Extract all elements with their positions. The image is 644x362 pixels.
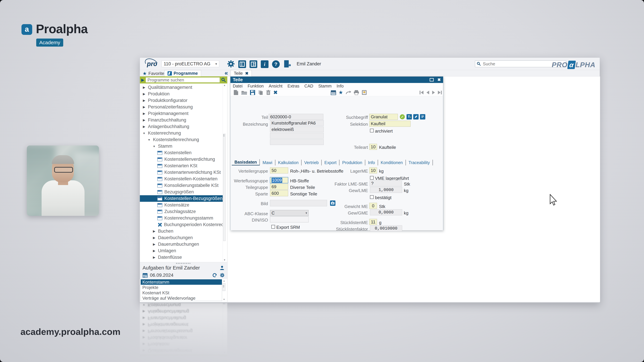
archiviert-checkbox[interactable] [370, 129, 374, 132]
tree-item[interactable]: Kostenrechnung [140, 130, 223, 136]
tree-item[interactable]: Kostenstellen-Kostenarten [140, 176, 223, 182]
menu-item[interactable]: Stamm [318, 84, 332, 88]
stuecklistenfaktor-field[interactable]: 0,0010000 [370, 225, 402, 231]
next-record-icon[interactable] [432, 91, 435, 94]
tree-item[interactable]: Qualitätsmanagement [140, 348, 222, 354]
tree-item[interactable]: Personalzeiterfassung [140, 328, 222, 334]
tree-twisty-icon[interactable] [142, 98, 146, 102]
tree-item[interactable]: Dauerumbuchungen [140, 241, 223, 248]
document-list-icon[interactable] [420, 114, 425, 119]
new-document-icon[interactable] [234, 90, 238, 95]
tree-twisty-icon[interactable] [142, 310, 146, 313]
menu-item[interactable]: Info [336, 84, 344, 88]
gew-lme-field[interactable]: 1,0000 [370, 187, 402, 193]
tree-item[interactable]: Anlagenbuchhaltung [140, 308, 222, 315]
tree-item[interactable]: Stamm [140, 143, 223, 149]
tab-favoriten[interactable]: ★ Favoriten [142, 71, 167, 76]
user-icon[interactable] [220, 265, 224, 270]
tree-item[interactable]: Produktion [140, 91, 223, 97]
abc-klasse-select[interactable]: C ▾ [270, 210, 308, 216]
tree-item[interactable]: Qualitätsmanagement [140, 84, 223, 91]
teil-field[interactable]: 6020000-0 [269, 114, 323, 120]
sparte-field[interactable]: 600 [270, 190, 288, 196]
gewicht-me-field[interactable]: 0 [369, 203, 377, 209]
tree-twisty-icon[interactable] [142, 85, 146, 89]
calendar-icon[interactable] [331, 90, 336, 95]
tree-twisty-icon[interactable] [152, 144, 156, 148]
search-icon[interactable] [221, 356, 226, 361]
print-icon[interactable] [354, 90, 359, 95]
refresh-icon[interactable] [212, 273, 217, 278]
tree-scrollbar[interactable]: ▲ ▼ [223, 303, 226, 355]
bestaetigt-checkbox[interactable] [370, 195, 374, 199]
suchbegriff-field[interactable]: Granulat [369, 114, 398, 120]
tree-twisty-icon[interactable] [142, 303, 146, 307]
werteflussgruppe-field[interactable]: 1009 [270, 177, 288, 183]
tree-item[interactable]: Konsolidierungstabelle KSt [140, 182, 223, 189]
teileart-field[interactable]: 10 [369, 144, 377, 150]
tree-twisty-icon[interactable] [142, 316, 146, 320]
sidebar-layout-icon[interactable] [238, 60, 246, 68]
teilegruppe-field[interactable]: 69 [270, 184, 288, 190]
company-selector[interactable]: 110 - proELECTRO AG ▾ [162, 60, 219, 67]
tree-twisty-icon[interactable] [142, 131, 146, 135]
tree-twisty-icon[interactable] [152, 242, 156, 246]
tree-item[interactable]: Umlagen [140, 248, 223, 254]
copy-icon[interactable] [258, 90, 263, 95]
menu-item[interactable]: CAD [304, 84, 313, 88]
previous-record-icon[interactable] [426, 91, 429, 94]
tree-twisty-icon[interactable] [142, 349, 146, 353]
save-icon[interactable] [250, 90, 255, 95]
run-program-icon[interactable]: ▶ [141, 356, 144, 361]
help-icon[interactable]: ? [272, 60, 280, 68]
form-tab[interactable]: Traceability [406, 160, 433, 165]
tree-item[interactable]: Zuschlagssätze [140, 208, 223, 215]
menu-item[interactable]: Funktion [248, 84, 264, 88]
teile-window-titlebar[interactable]: Teile ✖ [230, 77, 443, 83]
task-list-item[interactable]: Kostenart KSt [141, 290, 222, 296]
tree-item[interactable]: Produktkonfigurator [140, 334, 222, 341]
delete-trash-icon[interactable] [266, 90, 271, 95]
faktor-lme-sme-field[interactable]: ? [370, 180, 402, 186]
settings-gear-icon[interactable] [227, 60, 235, 68]
redo-arrow-icon[interactable] [346, 90, 351, 95]
tree-item[interactable]: Finanzbuchhaltung [140, 315, 222, 321]
tree-scrollbar[interactable]: ▲ ▼ [223, 83, 226, 262]
verteilergruppe-field[interactable]: 50 [270, 167, 288, 173]
tree-item[interactable]: Kostenarten KSt [140, 163, 223, 169]
tree-item[interactable]: Kostensätze [140, 202, 223, 208]
form-tab[interactable]: Vertrieb [302, 160, 322, 165]
lagerme-field[interactable]: 10 [369, 167, 377, 173]
form-tab[interactable]: Kalkulation [276, 160, 302, 165]
export-srm-checkbox[interactable] [271, 225, 275, 229]
tree-twisty-icon[interactable] [142, 323, 146, 327]
settings-gear-icon[interactable] [220, 273, 224, 278]
form-tab[interactable]: Export [322, 160, 340, 165]
tree-twisty-icon[interactable] [142, 118, 146, 122]
bild-field[interactable] [270, 200, 327, 206]
menu-item[interactable]: Extras [288, 84, 299, 88]
tasks-scrollbar[interactable]: ▲ ▼ [222, 280, 226, 301]
calendar-icon[interactable] [142, 273, 148, 278]
favorite-star-icon[interactable]: ★ [338, 90, 343, 95]
tree-item[interactable]: Buchen [140, 228, 223, 234]
tree-item[interactable]: Buchungsperioden Kostenrechnung [140, 221, 223, 228]
tree-item[interactable]: Kostenstellen-Bezugsgrößen [140, 195, 223, 202]
tasks-date[interactable]: 06.09.2024 [150, 273, 174, 278]
tree-twisty-icon[interactable] [142, 336, 146, 340]
task-list-item[interactable]: Verträge auf Wiedervorlage [141, 296, 222, 301]
document-tab-teile[interactable]: Teile ✖ [230, 70, 252, 76]
first-record-icon[interactable] [420, 91, 424, 94]
tree-item[interactable]: Bezugsgrößen [140, 189, 223, 195]
gew-gme-field[interactable]: 0,0000 [370, 209, 402, 215]
collapse-sidebar-icon[interactable]: « [224, 70, 228, 76]
tree-item[interactable]: Dauerbuchungen [140, 234, 223, 241]
close-record-icon[interactable]: ✖ [273, 90, 278, 95]
last-record-icon[interactable] [438, 91, 442, 94]
tree-twisty-icon[interactable] [142, 105, 146, 109]
program-search-input[interactable]: Programme suchen [146, 356, 220, 361]
tree-item[interactable]: Projektmanagement [140, 321, 222, 328]
form-tab[interactable]: Basisdaten [232, 159, 260, 165]
tree-item[interactable]: Finanzbuchhaltung [140, 117, 223, 123]
tree-item[interactable]: Personalzeiterfassung [140, 104, 223, 110]
